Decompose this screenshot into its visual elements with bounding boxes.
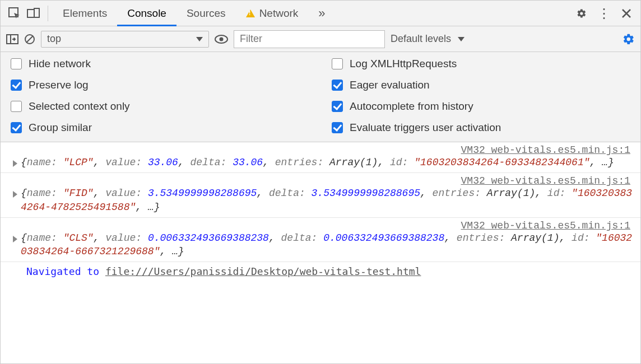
log-object: {name: "LCP", value: 33.06, delta: 33.06… — [21, 156, 634, 169]
checkbox-icon — [332, 101, 343, 112]
checkbox-label: Preserve log — [29, 79, 89, 91]
checkbox-label: Autocomplete from history — [350, 100, 473, 113]
navigation-label: Navigated to — [26, 265, 105, 277]
navigation-log: Navigated to file:///Users/panissidi/Des… — [1, 262, 640, 282]
expand-icon[interactable] — [13, 160, 17, 167]
tab-network-label: Network — [259, 7, 299, 20]
console-log-entry[interactable]: VM32 web-vitals.es5.min.js:1 {name: "CLS… — [1, 218, 640, 263]
checkbox-label: Eager evaluation — [350, 79, 430, 91]
panel-tabs: Elements Console Sources Network » — [53, 1, 572, 26]
tab-sources[interactable]: Sources — [176, 1, 236, 26]
console-toolbar: top Default levels — [1, 26, 640, 52]
svg-rect-2 — [34, 8, 39, 17]
console-settings-panel: Hide network Log XMLHttpRequests Preserv… — [1, 52, 640, 142]
checkbox-label: Evaluate triggers user activation — [350, 122, 501, 134]
chevron-down-icon — [196, 37, 203, 41]
checkbox-preserve-log[interactable]: Preserve log — [11, 79, 309, 91]
tab-network[interactable]: Network — [236, 1, 309, 26]
close-icon[interactable] — [617, 4, 636, 23]
checkbox-selected-context-only[interactable]: Selected context only — [11, 100, 309, 113]
devtools-topbar: Elements Console Sources Network » ⋮ — [1, 1, 640, 26]
checkbox-label: Selected context only — [29, 100, 130, 113]
tabs-overflow-button[interactable]: » — [308, 1, 335, 26]
checkbox-label: Log XMLHttpRequests — [350, 58, 457, 70]
more-menu-icon[interactable]: ⋮ — [594, 4, 614, 23]
checkbox-group-similar[interactable]: Group similar — [11, 122, 309, 134]
tab-elements[interactable]: Elements — [53, 1, 117, 26]
checkbox-hide-network[interactable]: Hide network — [11, 58, 309, 70]
live-expressions-icon[interactable] — [215, 35, 228, 44]
checkbox-label: Hide network — [29, 58, 91, 70]
checkbox-icon — [332, 80, 343, 91]
inspect-element-icon[interactable] — [5, 4, 24, 23]
warning-icon — [246, 10, 255, 17]
source-link[interactable]: VM32 web-vitals.es5.min.js:1 — [21, 144, 634, 156]
chevron-down-icon — [458, 37, 465, 41]
execution-context-select[interactable]: top — [41, 31, 209, 48]
console-settings-gear-icon[interactable] — [623, 33, 635, 45]
tab-console[interactable]: Console — [117, 1, 176, 26]
topbar-right: ⋮ — [572, 4, 636, 23]
log-levels-label: Default levels — [391, 33, 451, 45]
expand-icon[interactable] — [13, 191, 17, 198]
checkbox-log-xhr[interactable]: Log XMLHttpRequests — [332, 58, 630, 70]
checkbox-label: Group similar — [29, 122, 92, 134]
clear-console-icon[interactable] — [24, 34, 35, 45]
checkbox-icon — [11, 58, 22, 69]
log-object: {name: "FID", value: 3.5349999998288695,… — [21, 186, 634, 214]
device-toolbar-icon[interactable] — [24, 4, 43, 23]
checkbox-autocomplete-history[interactable]: Autocomplete from history — [332, 100, 630, 113]
checkbox-evaluate-triggers-activation[interactable]: Evaluate triggers user activation — [332, 122, 630, 134]
settings-gear-icon[interactable] — [572, 4, 591, 23]
console-log-entry[interactable]: VM32 web-vitals.es5.min.js:1 {name: "LCP… — [1, 142, 640, 173]
execution-context-value: top — [47, 33, 61, 45]
checkbox-icon — [11, 101, 22, 112]
source-link[interactable]: VM32 web-vitals.es5.min.js:1 — [21, 175, 634, 186]
console-log-entry[interactable]: VM32 web-vitals.es5.min.js:1 {name: "FID… — [1, 173, 640, 218]
checkbox-eager-evaluation[interactable]: Eager evaluation — [332, 79, 630, 91]
toggle-console-sidebar-icon[interactable] — [6, 34, 18, 44]
checkbox-icon — [332, 122, 343, 133]
expand-icon[interactable] — [13, 236, 17, 242]
log-levels-select[interactable]: Default levels — [391, 33, 465, 45]
svg-point-6 — [220, 37, 224, 41]
checkbox-icon — [332, 58, 343, 69]
log-object: {name: "CLS", value: 0.00633249366938823… — [21, 231, 634, 259]
checkbox-icon — [11, 122, 22, 133]
navigation-url[interactable]: file:///Users/panissidi/Desktop/web-vita… — [105, 265, 421, 277]
checkbox-icon — [11, 80, 22, 91]
source-link[interactable]: VM32 web-vitals.es5.min.js:1 — [21, 220, 634, 231]
divider — [48, 6, 48, 21]
console-log-list: VM32 web-vitals.es5.min.js:1 {name: "LCP… — [1, 142, 640, 282]
filter-input[interactable] — [234, 30, 385, 48]
